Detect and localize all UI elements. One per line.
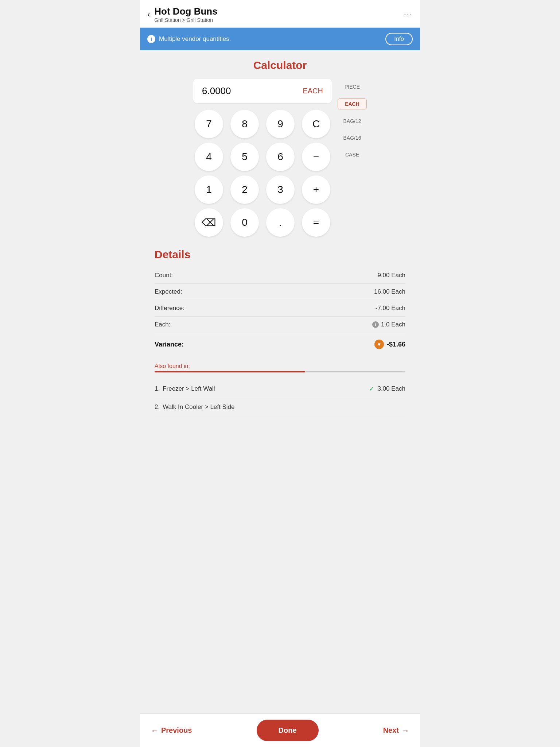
calculator-left: 6.0000 EACH 789C456−123+⌫0.=: [193, 79, 332, 237]
found-item-number: 1.: [155, 385, 160, 392]
back-button[interactable]: ‹: [147, 10, 150, 19]
page-subtitle: Grill Station > Grill Station: [154, 17, 217, 23]
unit-option-case[interactable]: CASE: [338, 150, 367, 160]
calc-btn-btn-dot[interactable]: .: [266, 208, 295, 237]
detail-rows: Count: 9.00 EachExpected: 16.00 EachDiff…: [155, 267, 405, 333]
detail-label: Count:: [155, 272, 173, 279]
found-item-left: 1. Freezer > Left Wall: [155, 385, 215, 392]
detail-value-container: -7.00 Each: [376, 305, 405, 312]
detail-value: 1.0 Each: [381, 321, 405, 328]
detail-value-container: i1.0 Each: [372, 321, 405, 328]
calc-btn-btn-minus[interactable]: −: [302, 143, 330, 171]
unit-option-bag-12[interactable]: BAG/12: [338, 116, 367, 126]
calc-btn-btn-2[interactable]: 2: [230, 175, 259, 204]
detail-label: Expected:: [155, 288, 182, 295]
also-found-section: Also found in: 1. Freezer > Left Wall ✓ …: [155, 363, 405, 416]
check-icon: ✓: [369, 385, 374, 393]
calculator-display: 6.0000 EACH: [193, 79, 332, 103]
calc-btn-btn-backspace[interactable]: ⌫: [195, 208, 223, 237]
calc-btn-btn-c[interactable]: C: [302, 110, 330, 138]
variance-amount: -$1.66: [387, 341, 405, 348]
display-unit: EACH: [303, 87, 323, 95]
variance-label: Variance:: [155, 341, 184, 348]
found-item-location: Walk In Cooler > Left Side: [163, 403, 234, 411]
header-title-block: Hot Dog Buns Grill Station > Grill Stati…: [154, 6, 217, 23]
header: ‹ Hot Dog Buns Grill Station > Grill Sta…: [140, 0, 420, 28]
detail-value-container: 9.00 Each: [377, 272, 405, 279]
detail-row: Expected: 16.00 Each: [155, 284, 405, 300]
variance-icon: ▾: [374, 340, 384, 349]
unit-selector: PIECEEACHBAG/12BAG/16CASE: [338, 79, 367, 160]
calc-btn-btn-equals[interactable]: =: [302, 208, 330, 237]
found-items-list: 1. Freezer > Left Wall ✓ 3.00 Each 2. Wa…: [155, 380, 405, 416]
banner-icon: i: [147, 35, 155, 43]
also-found-label: Also found in:: [155, 363, 405, 369]
more-button[interactable]: ···: [404, 10, 413, 19]
info-button[interactable]: Info: [385, 33, 413, 45]
details-section: Details Count: 9.00 EachExpected: 16.00 …: [155, 248, 405, 416]
unit-option-piece[interactable]: PIECE: [338, 82, 367, 92]
unit-option-each[interactable]: EACH: [338, 98, 367, 109]
calculator-wrapper: 6.0000 EACH 789C456−123+⌫0.= PIECEEACHBA…: [155, 79, 405, 237]
calculator-title: Calculator: [155, 59, 405, 71]
found-item-value: 3.00 Each: [377, 385, 405, 392]
banner-text: Multiple vendor quantities.: [159, 35, 231, 43]
detail-row: Count: 9.00 Each: [155, 267, 405, 284]
banner-left: i Multiple vendor quantities.: [147, 35, 231, 43]
page-title: Hot Dog Buns: [154, 6, 217, 17]
calc-btn-btn-8[interactable]: 8: [230, 110, 259, 138]
calc-btn-btn-0[interactable]: 0: [230, 208, 259, 237]
found-item-value-block: ✓ 3.00 Each: [369, 385, 405, 393]
found-item: 1. Freezer > Left Wall ✓ 3.00 Each: [155, 380, 405, 398]
calculator-grid: 789C456−123+⌫0.=: [193, 110, 332, 237]
found-item: 2. Walk In Cooler > Left Side: [155, 398, 405, 416]
detail-label: Difference:: [155, 305, 184, 312]
calc-btn-btn-5[interactable]: 5: [230, 143, 259, 171]
info-banner: i Multiple vendor quantities. Info: [140, 28, 420, 50]
also-found-progress-bar: [155, 371, 405, 372]
found-item-location: Freezer > Left Wall: [163, 385, 215, 392]
calc-btn-btn-9[interactable]: 9: [266, 110, 295, 138]
unit-option-bag-16[interactable]: BAG/16: [338, 133, 367, 143]
detail-value: -7.00 Each: [376, 305, 405, 312]
display-value: 6.0000: [202, 85, 231, 97]
calc-btn-btn-7[interactable]: 7: [195, 110, 223, 138]
calc-btn-btn-3[interactable]: 3: [266, 175, 295, 204]
calc-btn-btn-1[interactable]: 1: [195, 175, 223, 204]
info-icon: i: [372, 321, 379, 328]
main-content: Calculator 6.0000 EACH 789C456−123+⌫0.= …: [140, 50, 420, 460]
detail-label: Each:: [155, 321, 170, 328]
detail-row: Difference: -7.00 Each: [155, 300, 405, 317]
detail-row: Each: i1.0 Each: [155, 317, 405, 333]
calc-btn-btn-4[interactable]: 4: [195, 143, 223, 171]
header-left: ‹ Hot Dog Buns Grill Station > Grill Sta…: [147, 6, 218, 23]
calc-btn-btn-plus[interactable]: +: [302, 175, 330, 204]
found-item-number: 2.: [155, 403, 160, 411]
variance-row: Variance: ▾ -$1.66: [155, 333, 405, 356]
found-item-left: 2. Walk In Cooler > Left Side: [155, 403, 235, 411]
detail-value-container: 16.00 Each: [374, 288, 405, 295]
calc-btn-btn-6[interactable]: 6: [266, 143, 295, 171]
details-title: Details: [155, 248, 405, 261]
variance-value: ▾ -$1.66: [374, 340, 405, 349]
detail-value: 9.00 Each: [377, 272, 405, 279]
detail-value: 16.00 Each: [374, 288, 405, 295]
